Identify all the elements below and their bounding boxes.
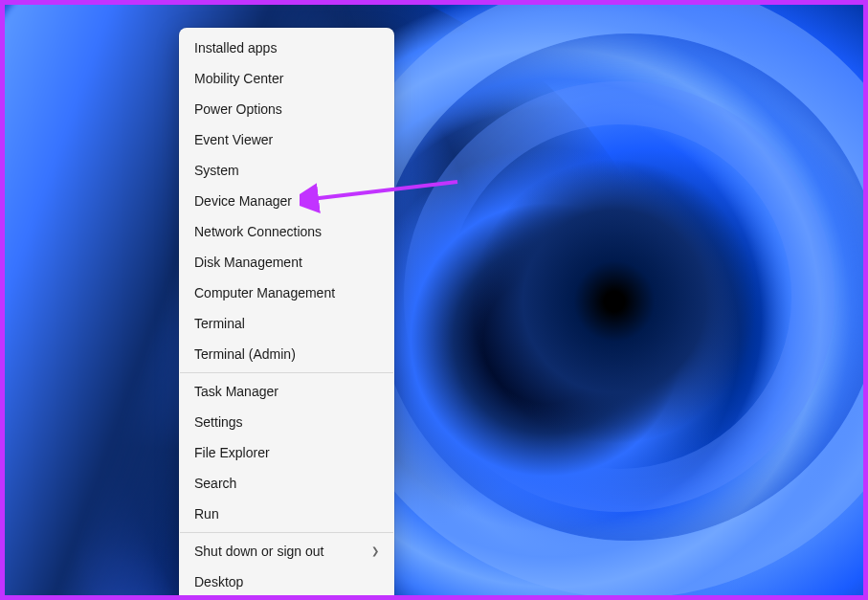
menu-item-settings[interactable]: Settings	[179, 407, 394, 437]
menu-item-task-manager[interactable]: Task Manager	[179, 376, 394, 407]
menu-item-terminal-admin[interactable]: Terminal (Admin)	[179, 339, 394, 369]
menu-item-power-options[interactable]: Power Options	[179, 94, 394, 124]
menu-item-disk-management[interactable]: Disk Management	[179, 247, 394, 278]
menu-item-computer-management[interactable]: Computer Management	[179, 278, 394, 308]
menu-item-desktop[interactable]: Desktop	[179, 567, 394, 597]
menu-item-run[interactable]: Run	[179, 499, 394, 529]
chevron-right-icon: ❯	[371, 543, 379, 560]
menu-item-file-explorer[interactable]: File Explorer	[179, 437, 394, 468]
menu-item-shutdown-signout[interactable]: Shut down or sign out ❯	[179, 536, 394, 567]
menu-item-system[interactable]: System	[179, 155, 394, 186]
menu-item-mobility-center[interactable]: Mobility Center	[179, 63, 394, 94]
menu-item-device-manager[interactable]: Device Manager	[179, 186, 394, 216]
menu-item-event-viewer[interactable]: Event Viewer	[179, 124, 394, 155]
menu-separator	[180, 372, 393, 373]
winx-context-menu: Installed apps Mobility Center Power Opt…	[179, 28, 394, 600]
desktop-wallpaper	[5, 5, 863, 595]
menu-item-installed-apps[interactable]: Installed apps	[179, 33, 394, 63]
menu-item-network-connections[interactable]: Network Connections	[179, 216, 394, 247]
menu-item-terminal[interactable]: Terminal	[179, 308, 394, 339]
menu-separator	[180, 532, 393, 533]
menu-item-search[interactable]: Search	[179, 468, 394, 499]
